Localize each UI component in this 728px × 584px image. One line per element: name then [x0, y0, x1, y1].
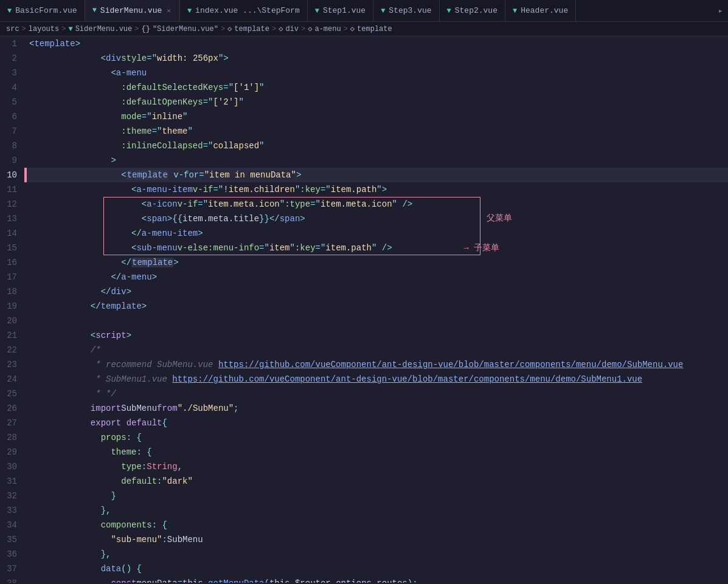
tab-label: SiderMenu.vue — [100, 6, 162, 15]
code-line-4: :defaultSelectedKeys="['1']" — [24, 80, 728, 95]
bc-sep: > — [272, 25, 276, 33]
bc-sep: > — [22, 25, 26, 33]
line-num-26: 26 — [5, 401, 17, 416]
bc-diamond2: ◇ — [279, 24, 283, 33]
line-num-22: 22 — [5, 343, 17, 357]
line-num-25: 25 — [5, 386, 17, 401]
code-line-36: }, — [24, 547, 728, 562]
bc-src: src — [6, 25, 19, 33]
bc-sidermenu: SiderMenu.vue — [75, 25, 133, 33]
code-line-35: "sub-menu": SubMenu — [24, 532, 728, 547]
code-lines: <template> <div style="width: 256px"> <a… — [24, 36, 728, 583]
tab-bar: ▼ BasicForm.vue ▼ SiderMenu.vue ✕ ▼ inde… — [0, 0, 728, 22]
code-line-17: </a-menu> — [24, 270, 728, 284]
line-num-30: 30 — [5, 459, 17, 474]
line-num-15: 15 — [5, 241, 17, 255]
code-line-34: components: { — [24, 518, 728, 532]
line-indicator — [24, 168, 27, 182]
code-line-31: default: "dark" — [24, 474, 728, 489]
line-num-8: 8 — [5, 139, 17, 153]
tab-step2[interactable]: ▼ Step2.vue — [440, 0, 505, 21]
bc-sep: > — [344, 25, 348, 33]
line-num-21: 21 — [5, 328, 17, 343]
bc-sep: > — [301, 25, 305, 33]
code-line-26: import SubMenu from "./SubMenu"; — [24, 401, 728, 416]
vue-icon: ▼ — [513, 7, 517, 15]
bc-curly: {} — [141, 25, 150, 33]
code-line-5: :defaultOpenKeys="['2']" — [24, 95, 728, 109]
line-num-12: 12 — [5, 197, 17, 211]
line-num-23: 23 — [5, 357, 17, 372]
bc-sidermenu-str: "SiderMenu.vue" — [153, 25, 218, 33]
line-num-36: 36 — [5, 547, 17, 562]
tab-label: Header.vue — [521, 6, 568, 15]
line-num-18: 18 — [5, 284, 17, 299]
line-num-24: 24 — [5, 372, 17, 386]
tab-basicform[interactable]: ▼ BasicForm.vue — [0, 0, 85, 21]
code-line-16: </template> — [24, 255, 728, 270]
code-line-38: const menuData = this.getMenuData(this.$… — [24, 576, 728, 583]
bc-div: div — [285, 25, 299, 33]
tab-overflow-button[interactable]: ▸ — [713, 0, 728, 21]
code-line-20 — [24, 314, 728, 328]
tab-sidermenu[interactable]: ▼ SiderMenu.vue ✕ — [85, 0, 180, 21]
tab-close-button[interactable]: ✕ — [165, 6, 172, 15]
line-num-34: 34 — [5, 518, 17, 532]
bc-diamond4: ◇ — [350, 24, 355, 33]
line-num-7: 7 — [5, 124, 17, 139]
code-content[interactable]: <template> <div style="width: 256px"> <a… — [24, 36, 728, 583]
code-line-3: <a-menu — [24, 66, 728, 80]
line-numbers: 1 2 3 4 5 6 7 8 9 10 11 12 13 14 15 16 1… — [0, 36, 24, 583]
line-num-14: 14 — [5, 226, 17, 241]
code-line-30: type: String, — [24, 459, 728, 474]
bc-sep: > — [221, 25, 225, 33]
line-num-2: 2 — [5, 51, 17, 66]
code-line-27: export default { — [24, 416, 728, 430]
tab-step1[interactable]: ▼ Step1.vue — [308, 0, 373, 21]
bc-sep: > — [134, 25, 139, 33]
line-num-31: 31 — [5, 474, 17, 489]
bc-diamond3: ◇ — [308, 24, 312, 33]
vue-icon: ▼ — [381, 7, 385, 15]
line-num-13: 13 — [5, 211, 17, 226]
line-num-27: 27 — [5, 416, 17, 430]
editor: 1 2 3 4 5 6 7 8 9 10 11 12 13 14 15 16 1… — [0, 36, 728, 583]
tab-label: Step1.vue — [323, 6, 366, 15]
line-num-29: 29 — [5, 445, 17, 459]
code-line-9: > — [24, 153, 728, 168]
tab-label: Step3.vue — [389, 6, 431, 15]
code-line-33: }, — [24, 503, 728, 518]
line-num-9: 9 — [5, 153, 17, 168]
tab-label: Step2.vue — [455, 6, 497, 15]
bc-template1: template — [234, 25, 269, 33]
line-num-3: 3 — [5, 66, 17, 80]
tab-header[interactable]: ▼ Header.vue — [505, 0, 576, 21]
code-line-8: :inlineCollapsed="collapsed" — [24, 139, 728, 153]
breadcrumb: src > layouts > ▼ SiderMenu.vue > {} "Si… — [0, 22, 728, 36]
code-line-2: <div style="width: 256px"> — [24, 51, 728, 66]
line-num-17: 17 — [5, 270, 17, 284]
code-line-18: </div> — [24, 284, 728, 299]
line-num-5: 5 — [5, 95, 17, 109]
bc-layouts: layouts — [29, 25, 59, 33]
line-num-10: 10 — [5, 168, 17, 182]
line-num-6: 6 — [5, 109, 17, 124]
vue-icon: ▼ — [315, 7, 319, 15]
line-num-11: 11 — [5, 182, 17, 197]
tab-label: index.vue ...\StepForm — [195, 6, 300, 15]
code-line-28: props: { — [24, 430, 728, 445]
code-line-37: data() { — [24, 562, 728, 576]
code-line-7: :theme="theme" — [24, 124, 728, 139]
code-line-23: * recommend SubMenu.vue https://github.c… — [24, 357, 728, 372]
vue-icon: ▼ — [92, 6, 97, 15]
code-line-25: * */ — [24, 386, 728, 401]
line-num-20: 20 — [5, 314, 17, 328]
code-line-24: * SubMenu1.vue https://github.com/vueCom… — [24, 372, 728, 386]
line-num-19: 19 — [5, 299, 17, 314]
code-line-19: </template> — [24, 299, 728, 314]
bc-diamond: ◇ — [227, 24, 232, 33]
tab-index[interactable]: ▼ index.vue ...\StepForm — [180, 0, 308, 21]
line-num-16: 16 — [5, 255, 17, 270]
line-num-32: 32 — [5, 489, 17, 503]
tab-step3[interactable]: ▼ Step3.vue — [373, 0, 439, 21]
